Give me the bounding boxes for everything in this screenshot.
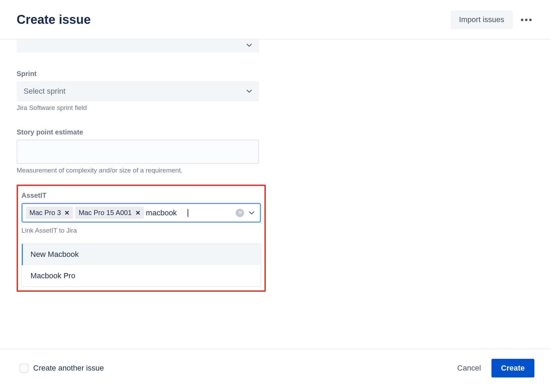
sprint-select[interactable]: Select sprint [17,81,259,101]
sprint-help: Jira Software sprint field [17,104,259,112]
chevron-down-icon[interactable] [249,211,254,215]
chip-remove-icon[interactable]: ✕ [135,209,141,217]
assetit-highlight: AssetIT Mac Pro 3 ✕ Mac Pro 15 A001 ✕ ✕ … [17,185,266,292]
multiselect-controls: ✕ [236,209,256,217]
assetit-chip: Mac Pro 15 A001 ✕ [75,207,144,219]
chip-label: Mac Pro 15 A001 [79,209,132,217]
assetit-dropdown: New Macbook Macbook Pro [21,243,261,287]
assetit-multiselect[interactable]: Mac Pro 3 ✕ Mac Pro 15 A001 ✕ ✕ [21,203,261,223]
chip-remove-icon[interactable]: ✕ [64,209,70,217]
sprint-field: Sprint Select sprint Jira Software sprin… [17,70,259,112]
assetit-label: AssetIT [21,192,261,199]
dialog-footer: Create another issue Cancel Create [0,348,551,392]
header-actions: Import issues [451,10,534,29]
cancel-button[interactable]: Cancel [457,364,481,373]
story-points-help: Measurement of complexity and/or size of… [17,167,259,174]
sprint-placeholder: Select sprint [24,87,65,96]
previous-field-select[interactable] [17,39,259,53]
more-icon [521,19,532,21]
chip-label: Mac Pro 3 [29,209,61,217]
footer-left: Create another issue [19,364,104,373]
create-button[interactable]: Create [491,359,534,377]
create-another-label: Create another issue [33,364,104,373]
dialog-header: Create issue Import issues [0,0,551,39]
story-points-input[interactable] [17,140,259,164]
dropdown-option[interactable]: New Macbook [22,244,261,265]
chevron-down-icon [246,44,252,47]
more-actions-button[interactable] [518,16,534,24]
chevron-down-icon [246,90,252,93]
assetit-help: Link AssetIT to Jira [21,227,261,234]
clear-icon[interactable]: ✕ [236,209,244,217]
story-points-label: Story point estimate [17,128,259,136]
story-points-field: Story point estimate Measurement of comp… [17,128,259,174]
page-title: Create issue [17,12,91,27]
import-issues-button[interactable]: Import issues [451,10,513,29]
assetit-chip: Mac Pro 3 ✕ [26,207,73,219]
footer-right: Cancel Create [457,359,534,377]
dropdown-option[interactable]: Macbook Pro [22,265,261,287]
form-content: Sprint Select sprint Jira Software sprin… [0,39,551,292]
sprint-label: Sprint [17,70,259,78]
assetit-input[interactable] [146,208,188,217]
create-another-checkbox[interactable] [19,364,28,373]
